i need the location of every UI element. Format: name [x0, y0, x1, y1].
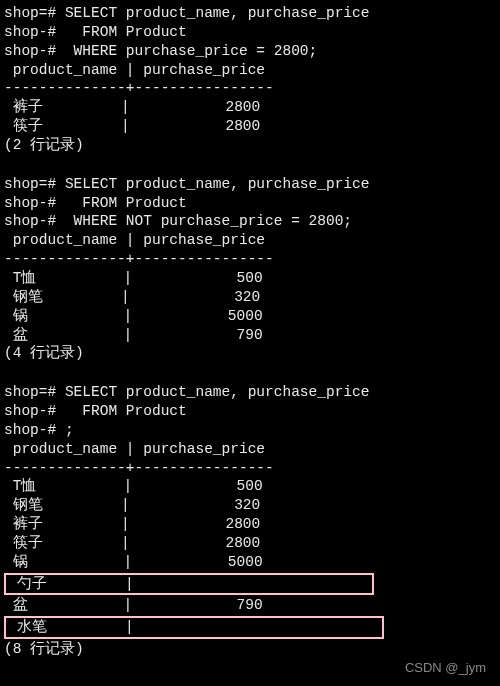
result-header: product_name | purchase_price — [4, 231, 496, 250]
sql-line: shop-# FROM Product — [4, 194, 496, 213]
result-row: 筷子 | 2800 — [4, 117, 496, 136]
result-row-highlighted: 勺子 | — [4, 573, 374, 596]
result-row: T恤 | 500 — [4, 269, 496, 288]
result-row: 盆 | 790 — [4, 596, 496, 615]
result-row: 锅 | 5000 — [4, 553, 496, 572]
result-row: 裤子 | 2800 — [4, 515, 496, 534]
result-row-highlighted: 水笔 | — [4, 616, 384, 639]
result-separator: --------------+---------------- — [4, 459, 496, 478]
sql-line: shop-# FROM Product — [4, 23, 496, 42]
row-count: (2 行记录) — [4, 136, 496, 155]
result-separator: --------------+---------------- — [4, 79, 496, 98]
result-row: 钢笔 | 320 — [4, 496, 496, 515]
result-row: 筷子 | 2800 — [4, 534, 496, 553]
result-separator: --------------+---------------- — [4, 250, 496, 269]
result-row: 盆 | 790 — [4, 326, 496, 345]
watermark: CSDN @_jym — [405, 660, 486, 677]
sql-line: shop=# SELECT product_name, purchase_pri… — [4, 383, 496, 402]
sql-line: shop=# SELECT product_name, purchase_pri… — [4, 175, 496, 194]
sql-line: shop-# WHERE NOT purchase_price = 2800; — [4, 212, 496, 231]
sql-line: shop-# WHERE purchase_price = 2800; — [4, 42, 496, 61]
result-row: 钢笔 | 320 — [4, 288, 496, 307]
result-header: product_name | purchase_price — [4, 440, 496, 459]
row-count: (4 行记录) — [4, 344, 496, 363]
query-block-3: shop=# SELECT product_name, purchase_pri… — [4, 383, 496, 659]
result-row: T恤 | 500 — [4, 477, 496, 496]
query-block-2: shop=# SELECT product_name, purchase_pri… — [4, 175, 496, 363]
result-row: 裤子 | 2800 — [4, 98, 496, 117]
sql-line: shop-# FROM Product — [4, 402, 496, 421]
query-block-1: shop=# SELECT product_name, purchase_pri… — [4, 4, 496, 155]
result-header: product_name | purchase_price — [4, 61, 496, 80]
sql-line: shop=# SELECT product_name, purchase_pri… — [4, 4, 496, 23]
row-count: (8 行记录) — [4, 640, 496, 659]
result-row: 锅 | 5000 — [4, 307, 496, 326]
sql-line: shop-# ; — [4, 421, 496, 440]
